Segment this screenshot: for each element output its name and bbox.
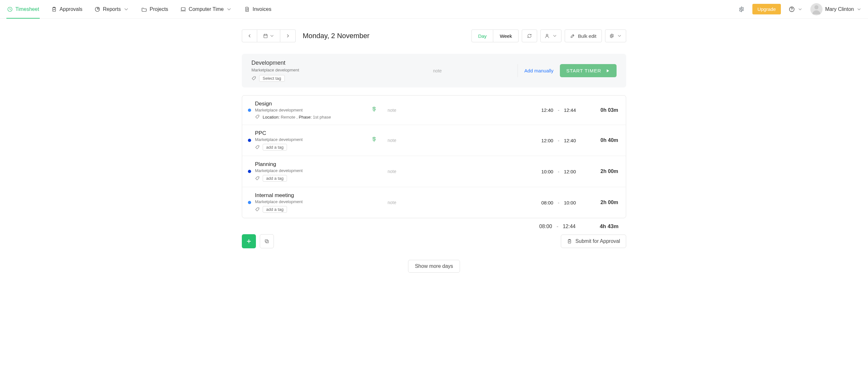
nav-invoices[interactable]: Invoices [243, 0, 272, 19]
entry-note[interactable]: note [388, 138, 489, 143]
entry-project[interactable]: Marketplace development [255, 199, 361, 204]
nav-computer-time-label: Computer Time [189, 6, 223, 12]
nav-computer-time[interactable]: Computer Time [180, 0, 232, 19]
project-color-dot [248, 201, 251, 204]
entry-start: 12:40 [541, 107, 554, 113]
new-entry-note[interactable]: note [357, 68, 518, 74]
svg-rect-2 [181, 7, 185, 10]
day-summary: 08:00 - 12:44 4h 43m [242, 223, 626, 230]
entry-duration: 2h 00m [580, 200, 618, 205]
new-entry-task[interactable]: Development [251, 60, 357, 66]
add-tag-chip[interactable]: add a tag [262, 206, 287, 213]
view-day-button[interactable]: Day [471, 29, 494, 42]
entry-project[interactable]: Marketplace development [255, 168, 361, 173]
clipboard-icon [567, 239, 572, 244]
svg-point-3 [741, 8, 742, 10]
pie-chart-icon [94, 6, 100, 12]
entry-task[interactable]: Internal meeting [255, 192, 361, 199]
svg-point-11 [258, 116, 259, 117]
bulk-edit-button[interactable]: Bulk edit [565, 29, 602, 42]
entry-end: 12:00 [564, 169, 576, 174]
entry-start: 08:00 [541, 200, 554, 205]
calendar-picker-button[interactable] [257, 29, 280, 42]
entry-time-range[interactable]: 12:40-12:44 [493, 107, 576, 113]
bottom-actions: Submit for Approval [242, 234, 626, 248]
gear-icon [738, 6, 745, 12]
settings-dropdown-button[interactable] [605, 29, 626, 42]
project-color-dot [248, 139, 251, 142]
nav-right: Upgrade Mary Clinton [738, 3, 862, 16]
chevron-down-icon [269, 33, 275, 38]
refresh-button[interactable] [522, 29, 537, 42]
entry-duration: 0h 40m [580, 138, 618, 143]
start-timer-label: START TIMER [566, 68, 601, 74]
summary-end: 12:44 [563, 224, 576, 229]
entry-row[interactable]: PPCMarketplace developmentadd a tagnote1… [242, 125, 626, 156]
submit-approval-button[interactable]: Submit for Approval [561, 235, 626, 248]
nav-approvals[interactable]: Approvals [51, 0, 83, 19]
copy-entries-button[interactable] [260, 234, 274, 248]
entry-note[interactable]: note [388, 200, 489, 205]
next-day-button[interactable] [280, 29, 296, 42]
add-tag-chip[interactable]: add a tag [262, 144, 287, 151]
billable-indicator[interactable] [365, 136, 384, 145]
entry-time-range[interactable]: 10:00-12:00 [493, 169, 576, 174]
add-entry-button[interactable] [242, 234, 256, 248]
entry-end: 10:00 [564, 200, 576, 205]
entry-info: Internal meetingMarketplace developmenta… [255, 192, 361, 213]
entry-time-range[interactable]: 12:00-12:40 [493, 138, 576, 143]
entry-note[interactable]: note [388, 108, 489, 113]
dash: - [558, 138, 559, 143]
copy-icon [264, 239, 269, 244]
start-timer-button[interactable]: START TIMER [560, 64, 617, 77]
dollar-icon [371, 136, 377, 143]
nav-timesheet[interactable]: Timesheet [6, 0, 40, 19]
settings-button[interactable] [738, 6, 745, 12]
user-menu[interactable]: Mary Clinton [810, 3, 862, 16]
entry-task[interactable]: PPC [255, 130, 361, 137]
add-manually-link[interactable]: Add manually [524, 68, 554, 74]
new-entry-panel: Development Marketplace development Sele… [242, 54, 626, 87]
avatar [810, 3, 823, 16]
new-entry-project[interactable]: Marketplace development [251, 68, 357, 72]
entry-info: DesignMarketplace developmentLocation: R… [255, 100, 361, 119]
nav-reports[interactable]: Reports [94, 0, 130, 19]
add-tag-chip[interactable]: add a tag [262, 175, 287, 182]
help-menu[interactable] [788, 6, 803, 12]
select-tag-chip[interactable]: Select tag [259, 75, 285, 82]
gear-icon [609, 33, 614, 38]
entry-tag-row: add a tag [255, 175, 361, 182]
chevron-down-icon [857, 7, 862, 12]
svg-rect-16 [265, 240, 268, 242]
billable-indicator[interactable] [365, 106, 384, 114]
date-toolbar: Monday, 2 November Day Week Bulk edit [242, 29, 626, 42]
new-entry-actions: Add manually START TIMER [518, 64, 617, 77]
prev-day-button[interactable] [242, 29, 257, 42]
view-week-button[interactable]: Week [493, 29, 519, 42]
entry-row[interactable]: DesignMarketplace developmentLocation: R… [242, 95, 626, 125]
entry-note[interactable]: note [388, 169, 489, 174]
entry-tags-text: Location: Remote , Phase: 1st phase [262, 115, 331, 119]
entry-info: PPCMarketplace developmentadd a tag [255, 130, 361, 151]
entry-project[interactable]: Marketplace development [255, 108, 361, 113]
entry-time-range[interactable]: 08:00-10:00 [493, 200, 576, 205]
plus-icon [246, 238, 252, 244]
entry-tag-row: add a tag [255, 144, 361, 151]
upgrade-button[interactable]: Upgrade [752, 4, 781, 14]
show-more-button[interactable]: Show more days [408, 260, 460, 273]
entry-task[interactable]: Planning [255, 161, 361, 168]
entry-row[interactable]: PlanningMarketplace developmentadd a tag… [242, 156, 626, 187]
entry-project[interactable]: Marketplace development [255, 137, 361, 142]
entry-end: 12:40 [564, 138, 576, 143]
svg-point-13 [258, 177, 259, 178]
entry-task[interactable]: Design [255, 100, 361, 107]
tag-icon [255, 145, 260, 150]
nav-approvals-label: Approvals [60, 6, 82, 12]
date-nav-group [242, 29, 296, 42]
svg-point-9 [611, 35, 612, 36]
chevron-down-icon [617, 33, 622, 38]
user-filter-button[interactable] [540, 29, 561, 42]
entry-duration: 2h 00m [580, 169, 618, 174]
nav-projects[interactable]: Projects [141, 0, 169, 19]
entry-row[interactable]: Internal meetingMarketplace developmenta… [242, 187, 626, 218]
